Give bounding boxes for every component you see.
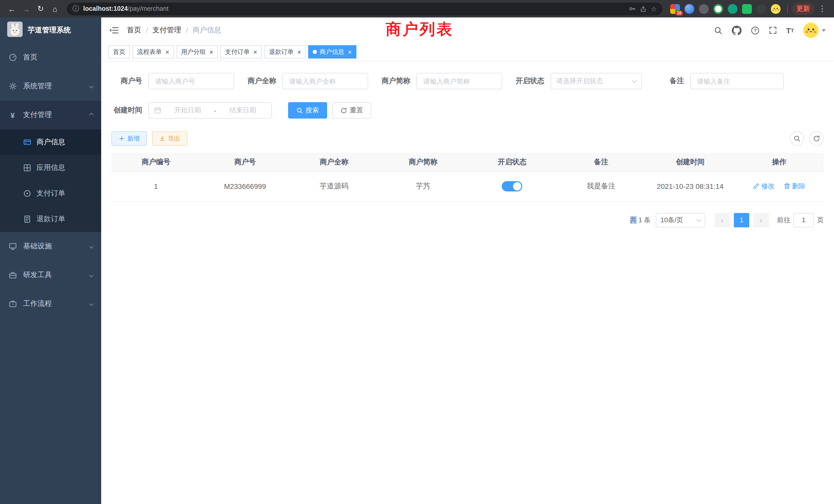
sidebar-item-pay-order[interactable]: 支付订单 bbox=[0, 181, 101, 206]
filter-row-1: 商户号 商户全称 商户简称 开启状态 请选择开启状态 bbox=[111, 73, 824, 89]
help-icon[interactable]: ? bbox=[750, 26, 759, 35]
edit-link[interactable]: 修改 bbox=[753, 182, 775, 191]
page-size-select[interactable]: 10条/页 bbox=[656, 213, 705, 227]
extension-dark-icon[interactable] bbox=[756, 4, 766, 14]
tab-process-form[interactable]: 流程表单× bbox=[132, 45, 174, 59]
cell-remark: 我是备注 bbox=[557, 171, 646, 201]
tab-merchant-info[interactable]: 商户信息× bbox=[308, 45, 356, 59]
browser-reload-icon[interactable]: ↻ bbox=[34, 2, 47, 16]
next-page-button[interactable]: › bbox=[753, 213, 769, 227]
address-bar[interactable]: ⓘ localhost:1024/pay/merchant ☆ bbox=[67, 2, 662, 15]
search-icon[interactable] bbox=[714, 26, 722, 35]
sidebar-item-system[interactable]: 系统管理 bbox=[0, 72, 101, 100]
sidebar-item-refund-order[interactable]: 退款订单 bbox=[0, 206, 101, 232]
extension-multicolor-icon[interactable] bbox=[713, 4, 723, 14]
date-start-placeholder[interactable]: 开始日期 bbox=[164, 106, 211, 115]
merchant-no-label: 商户号 bbox=[111, 76, 148, 86]
goto-page-input[interactable] bbox=[793, 213, 814, 227]
status-select[interactable]: 请选择开启状态 bbox=[550, 73, 642, 89]
toggle-search-icon[interactable] bbox=[790, 131, 804, 146]
url-path: /pay/merchant bbox=[128, 5, 169, 12]
sidebar-item-label: 首页 bbox=[23, 53, 38, 62]
export-button[interactable]: 导出 bbox=[152, 131, 188, 146]
browser-back-icon[interactable]: ← bbox=[5, 2, 19, 16]
reset-button[interactable]: 重置 bbox=[332, 102, 371, 118]
extension-notes-icon[interactable] bbox=[742, 4, 752, 14]
fullscreen-icon[interactable] bbox=[769, 26, 777, 35]
browser-home-icon[interactable]: ⌂ bbox=[48, 2, 62, 16]
sidebar-item-label: 退款订单 bbox=[37, 214, 65, 224]
col-status: 开启状态 bbox=[467, 153, 557, 171]
delete-link[interactable]: 删除 bbox=[784, 182, 806, 191]
col-remark: 备注 bbox=[557, 153, 646, 171]
github-icon[interactable] bbox=[731, 25, 741, 35]
cell-status bbox=[467, 171, 557, 201]
chevron-down-icon bbox=[89, 244, 94, 249]
url-host: localhost:1024 bbox=[83, 5, 128, 12]
browser-forward-icon[interactable]: → bbox=[20, 2, 33, 16]
tags-view: 首页 流程表单× 用户分组× 支付订单× 退款订单× 商户信息× bbox=[101, 43, 834, 61]
tab-user-group[interactable]: 用户分组× bbox=[176, 45, 218, 59]
close-icon[interactable]: × bbox=[209, 48, 213, 55]
top-navbar: 首页 / 支付管理 / 商户信息 ? bbox=[101, 18, 834, 43]
page-info-icon[interactable]: ⓘ bbox=[72, 4, 79, 13]
merchant-name-input[interactable] bbox=[282, 73, 368, 89]
credit-card-icon bbox=[23, 138, 31, 146]
calendar-icon bbox=[154, 107, 161, 114]
search-button[interactable]: 搜索 bbox=[288, 102, 327, 118]
extension-grid-icon[interactable]: 10 bbox=[670, 4, 680, 14]
extension-teal-icon[interactable] bbox=[728, 4, 738, 14]
prev-page-button[interactable]: ‹ bbox=[714, 213, 730, 227]
page-number-button[interactable]: 1 bbox=[734, 213, 749, 227]
merchant-name-label: 商户全称 bbox=[245, 76, 282, 86]
breadcrumb-separator: / bbox=[146, 26, 148, 35]
tab-home[interactable]: 首页 bbox=[108, 45, 130, 59]
add-button[interactable]: 新增 bbox=[111, 131, 147, 146]
status-label: 开启状态 bbox=[513, 76, 550, 86]
chevron-down-icon bbox=[89, 84, 94, 89]
sidebar-item-payment[interactable]: ¥ 支付管理 bbox=[0, 100, 101, 129]
password-key-icon[interactable] bbox=[629, 5, 636, 12]
user-avatar[interactable] bbox=[803, 23, 826, 38]
font-size-icon[interactable]: TT bbox=[786, 26, 794, 35]
status-toggle[interactable] bbox=[502, 181, 522, 191]
extension-gray-icon[interactable] bbox=[699, 4, 709, 14]
tab-pay-order[interactable]: 支付订单× bbox=[220, 45, 262, 59]
date-range-picker[interactable]: 开始日期 - 结束日期 bbox=[148, 102, 272, 118]
short-name-input[interactable] bbox=[416, 73, 502, 89]
dashboard-icon bbox=[8, 53, 17, 62]
sidebar-menu: 首页 系统管理 ¥ 支付管理 bbox=[0, 43, 101, 318]
browser-menu-dots-icon[interactable]: ⋮ bbox=[815, 2, 829, 16]
toolbox-icon bbox=[8, 271, 17, 279]
merchant-no-input[interactable] bbox=[148, 73, 234, 89]
screen: ← → ↻ ⌂ ⓘ localhost:1024/pay/merchant ☆ … bbox=[0, 0, 834, 504]
sidebar-item-merchant-info[interactable]: 商户信息 bbox=[0, 129, 101, 155]
sidebar-item-home[interactable]: 首页 bbox=[0, 43, 101, 72]
close-icon[interactable]: × bbox=[348, 48, 352, 55]
sidebar-item-app-info[interactable]: 应用信息 bbox=[0, 155, 101, 181]
chevron-down-icon bbox=[89, 273, 94, 277]
hamburger-icon[interactable] bbox=[109, 26, 118, 35]
close-icon[interactable]: × bbox=[166, 48, 169, 55]
cell-actions: 修改 删除 bbox=[734, 171, 824, 201]
create-time-label: 创建时间 bbox=[111, 106, 148, 115]
browser-profile-avatar[interactable] bbox=[771, 4, 781, 14]
sidebar-logo[interactable]: 芋道管理系统 bbox=[0, 18, 101, 43]
sidebar: 芋道管理系统 首页 系统管理 ¥ bbox=[0, 18, 101, 504]
tab-refund-order[interactable]: 退款订单× bbox=[264, 45, 306, 59]
date-end-placeholder[interactable]: 结束日期 bbox=[219, 106, 266, 115]
close-icon[interactable]: × bbox=[297, 48, 301, 55]
breadcrumb-payment[interactable]: 支付管理 bbox=[153, 26, 181, 35]
sidebar-item-infrastructure[interactable]: 基础设施 bbox=[0, 232, 101, 261]
sidebar-item-label: 基础设施 bbox=[23, 242, 52, 251]
close-icon[interactable]: × bbox=[253, 48, 257, 55]
remark-input[interactable] bbox=[690, 73, 784, 89]
refresh-icon[interactable] bbox=[809, 131, 824, 146]
browser-update-button[interactable]: 更新 bbox=[792, 3, 814, 15]
sidebar-item-workflow[interactable]: 工作流程 bbox=[0, 290, 101, 318]
breadcrumb-home[interactable]: 首页 bbox=[127, 26, 141, 35]
share-icon[interactable] bbox=[640, 5, 647, 12]
extension-blue-icon[interactable] bbox=[684, 4, 694, 14]
bookmark-star-icon[interactable]: ☆ bbox=[651, 5, 657, 13]
sidebar-item-dev-tools[interactable]: 研发工具 bbox=[0, 261, 101, 290]
